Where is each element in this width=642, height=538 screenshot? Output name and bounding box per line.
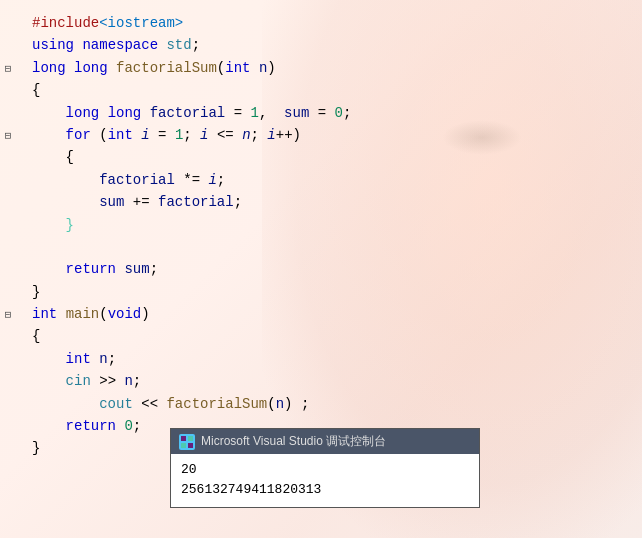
console-output-line1: 20 xyxy=(181,460,469,480)
code-text: cin >> n; xyxy=(32,370,634,392)
code-text: { xyxy=(32,146,634,168)
code-text xyxy=(32,236,634,258)
kw-using: using xyxy=(32,37,74,53)
var-i4: i xyxy=(208,172,216,188)
code-line-7: { xyxy=(0,146,642,168)
var-n4: n xyxy=(124,373,132,389)
ns-cout: cout xyxy=(99,396,133,412)
code-line-11 xyxy=(0,236,642,258)
code-text: int n; xyxy=(32,348,634,370)
code-line-9: sum += factorial; xyxy=(0,191,642,213)
var-n: n xyxy=(259,60,267,76)
kw-int3: int xyxy=(32,306,57,322)
console-title: Microsoft Visual Studio 调试控制台 xyxy=(201,433,386,450)
code-text: } xyxy=(32,281,634,303)
fn-factorialSum2: factorialSum xyxy=(166,396,267,412)
num-1: 1 xyxy=(250,105,258,121)
kw-long4: long xyxy=(108,105,142,121)
code-text: } xyxy=(32,214,634,236)
num-0b: 0 xyxy=(124,418,132,434)
console-body: 20 256132749411820313 xyxy=(171,454,479,507)
code-text: using namespace std; xyxy=(32,34,634,56)
code-text: for (int i = 1; i <= n; i++) xyxy=(32,124,634,146)
code-text: factorial *= i; xyxy=(32,169,634,191)
code-text: { xyxy=(32,79,634,101)
code-line-5: long long factorial = 1, sum = 0; xyxy=(0,102,642,124)
var-factorial2: factorial xyxy=(99,172,175,188)
code-line-16: int n; xyxy=(0,348,642,370)
var-sum3: sum xyxy=(124,261,149,277)
code-line-12: return sum; xyxy=(0,258,642,280)
console-popup: Microsoft Visual Studio 调试控制台 20 2561327… xyxy=(170,428,480,508)
svg-rect-1 xyxy=(188,436,193,441)
code-text: return sum; xyxy=(32,258,634,280)
console-output-line2: 256132749411820313 xyxy=(181,480,469,500)
svg-rect-0 xyxy=(181,436,186,441)
code-line-14: ⊟ int main(void) xyxy=(0,303,642,325)
include-lib: <iostream> xyxy=(99,15,183,31)
kw-void: void xyxy=(108,306,142,322)
var-factorial3: factorial xyxy=(158,194,234,210)
console-icon xyxy=(179,434,195,450)
ns-std: std xyxy=(166,37,191,53)
kw-int: int xyxy=(225,60,250,76)
num-1b: 1 xyxy=(175,127,183,143)
code-text: { xyxy=(32,325,634,347)
line-gutter: ⊟ xyxy=(0,127,16,146)
svg-rect-3 xyxy=(188,443,193,448)
code-line-13: } xyxy=(0,281,642,303)
kw-return2: return xyxy=(66,418,116,434)
code-text: long long factorialSum(int n) xyxy=(32,57,634,79)
kw-int4: int xyxy=(66,351,91,367)
code-line-3: ⊟ long long factorialSum(int n) xyxy=(0,57,642,79)
code-text: #include<iostream> xyxy=(32,12,634,34)
fn-factorialSum: factorialSum xyxy=(116,60,217,76)
var-sum: sum xyxy=(284,105,309,121)
code-line-17: cin >> n; xyxy=(0,370,642,392)
code-text: int main(void) xyxy=(32,303,634,325)
num-0: 0 xyxy=(335,105,343,121)
code-line-10: } xyxy=(0,214,642,236)
kw-return1: return xyxy=(66,261,116,277)
fn-main: main xyxy=(66,306,100,322)
code-line-18: cout << factorialSum(n) ; xyxy=(0,393,642,415)
var-i2: i xyxy=(200,127,208,143)
code-text: cout << factorialSum(n) ; xyxy=(32,393,634,415)
code-text: sum += factorial; xyxy=(32,191,634,213)
vs-icon xyxy=(181,436,193,448)
code-line-1: #include<iostream> xyxy=(0,12,642,34)
kw-long2: long xyxy=(74,60,108,76)
code-line-4: { xyxy=(0,79,642,101)
kw-long3: long xyxy=(66,105,100,121)
include-keyword: #include xyxy=(32,15,99,31)
var-factorial: factorial xyxy=(150,105,226,121)
code-line-15: { xyxy=(0,325,642,347)
kw-long1: long xyxy=(32,60,66,76)
code-line-6: ⊟ for (int i = 1; i <= n; i++) xyxy=(0,124,642,146)
var-n2: n xyxy=(242,127,250,143)
code-text: long long factorial = 1, sum = 0; xyxy=(32,102,634,124)
ns-cin: cin xyxy=(66,373,91,389)
var-n5: n xyxy=(276,396,284,412)
var-i: i xyxy=(141,127,149,143)
line-gutter: ⊟ xyxy=(0,306,16,325)
console-header: Microsoft Visual Studio 调试控制台 xyxy=(171,429,479,454)
code-line-2: using namespace std; xyxy=(0,34,642,56)
kw-namespace: namespace xyxy=(82,37,158,53)
var-n3: n xyxy=(99,351,107,367)
kw-int2: int xyxy=(108,127,133,143)
line-gutter: ⊟ xyxy=(0,60,16,79)
kw-for: for xyxy=(66,127,91,143)
code-line-8: factorial *= i; xyxy=(0,169,642,191)
var-sum2: sum xyxy=(99,194,124,210)
svg-rect-2 xyxy=(181,443,186,448)
var-i3: i xyxy=(267,127,275,143)
